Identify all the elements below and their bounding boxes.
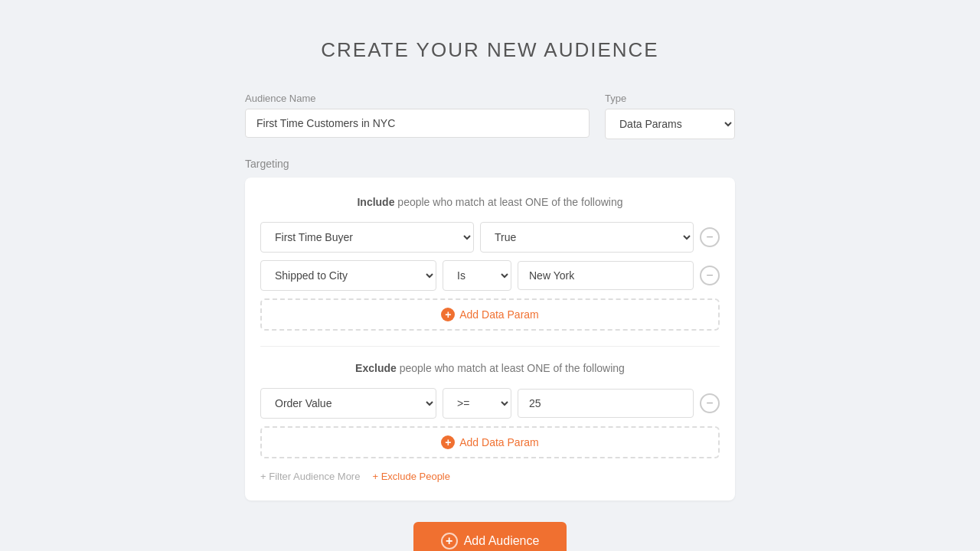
exclude-add-param-icon: + — [441, 435, 455, 449]
add-audience-icon: + — [441, 533, 458, 549]
exclude-row-1: First Time Buyer Shipped to City Order V… — [260, 388, 720, 419]
exclude-suffix: people who match at least ONE of the fol… — [400, 362, 625, 374]
include-keyword: Include — [357, 196, 394, 208]
include-suffix: people who match at least ONE of the fol… — [397, 196, 622, 208]
add-audience-label: Add Audience — [464, 534, 540, 548]
include-remove-2[interactable]: − — [700, 266, 720, 285]
exclude-operator-1[interactable]: >= <= = > < — [443, 388, 511, 419]
page-title: CREATE YOUR NEW AUDIENCE — [245, 38, 735, 62]
include-add-param-icon: + — [441, 308, 455, 321]
include-row-1: First Time Buyer Shipped to City Order V… — [260, 222, 720, 253]
include-add-param-label: Add Data Param — [459, 308, 539, 321]
audience-name-label: Audience Name — [245, 93, 590, 104]
type-select[interactable]: Data Params Segment Manual — [605, 109, 735, 139]
type-label: Type — [605, 93, 735, 104]
targeting-box: Include people who match at least ONE of… — [245, 178, 735, 500]
include-remove-1[interactable]: − — [700, 227, 720, 247]
include-operator-2[interactable]: Is Is Not Contains — [443, 260, 511, 291]
include-value-2-input[interactable] — [518, 261, 694, 290]
exclude-people-link[interactable]: + Exclude People — [372, 471, 450, 482]
exclude-remove-1[interactable]: − — [700, 393, 720, 413]
add-audience-button[interactable]: + Add Audience — [413, 522, 567, 551]
include-field-2[interactable]: First Time Buyer Shipped to City Order V… — [260, 260, 436, 291]
filter-more-link[interactable]: + Filter Audience More — [260, 471, 360, 482]
include-add-param-button[interactable]: + Add Data Param — [260, 298, 720, 331]
exclude-header: Exclude people who match at least ONE of… — [260, 362, 720, 374]
exclude-add-param-label: Add Data Param — [459, 436, 539, 448]
include-row-2: First Time Buyer Shipped to City Order V… — [260, 260, 720, 291]
include-value-1-select[interactable]: True False — [480, 222, 694, 253]
exclude-field-1[interactable]: First Time Buyer Shipped to City Order V… — [260, 388, 436, 419]
buttons-area: + Add Audience Cancel — [245, 500, 735, 551]
include-header: Include people who match at least ONE of… — [260, 196, 720, 208]
exclude-add-param-button[interactable]: + Add Data Param — [260, 426, 720, 458]
exclude-keyword: Exclude — [355, 362, 397, 374]
divider — [260, 346, 720, 347]
exclude-value-1-input[interactable] — [518, 389, 694, 418]
filter-links: + Filter Audience More + Exclude People — [260, 471, 720, 482]
targeting-label: Targeting — [245, 158, 735, 170]
audience-name-input[interactable] — [245, 109, 590, 138]
include-field-1[interactable]: First Time Buyer Shipped to City Order V… — [260, 222, 474, 253]
